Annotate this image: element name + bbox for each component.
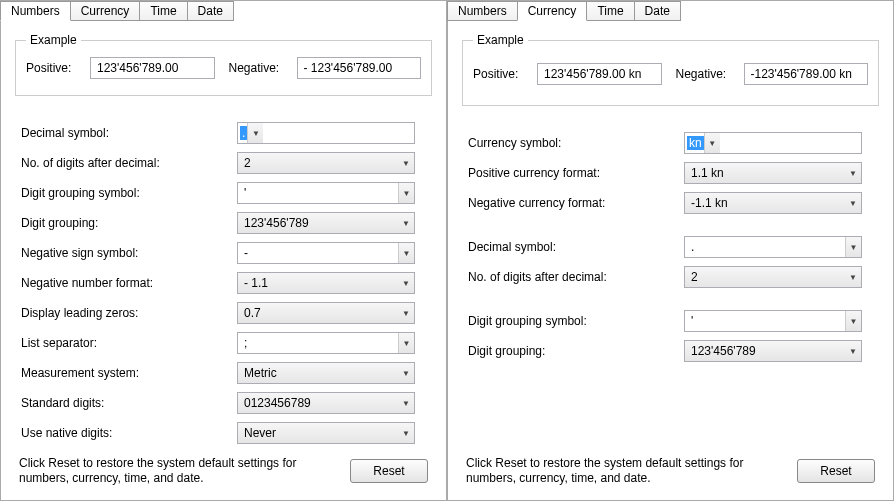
- tab-currency[interactable]: Currency: [70, 1, 141, 21]
- digits-after-decimal-combo[interactable]: 2▼: [684, 266, 862, 288]
- digits-after-decimal-label: No. of digits after decimal:: [21, 156, 237, 170]
- example-legend: Example: [26, 33, 81, 47]
- chevron-down-icon: ▼: [704, 133, 720, 153]
- negative-number-format-combo[interactable]: - 1.1▼: [237, 272, 415, 294]
- numbers-panel: Numbers Currency Time Date Example Posit…: [0, 0, 447, 501]
- decimal-symbol-combo[interactable]: .▼: [237, 122, 415, 144]
- tab-date[interactable]: Date: [634, 1, 681, 21]
- tab-numbers[interactable]: Numbers: [0, 1, 71, 21]
- negative-sign-symbol-combo[interactable]: -▼: [237, 242, 415, 264]
- measurement-system-combo[interactable]: Metric▼: [237, 362, 415, 384]
- chevron-down-icon: ▼: [845, 347, 861, 356]
- tab-time[interactable]: Time: [139, 1, 187, 21]
- example-legend: Example: [473, 33, 528, 47]
- decimal-symbol-label: Decimal symbol:: [21, 126, 237, 140]
- chevron-down-icon: ▼: [398, 399, 414, 408]
- decimal-symbol-label: Decimal symbol:: [468, 240, 684, 254]
- negative-label: Negative:: [676, 67, 738, 81]
- list-separator-label: List separator:: [21, 336, 237, 350]
- list-separator-combo[interactable]: ;▼: [237, 332, 415, 354]
- digit-grouping-symbol-combo[interactable]: '▼: [684, 310, 862, 332]
- display-leading-zeros-label: Display leading zeros:: [21, 306, 237, 320]
- currency-panel: Numbers Currency Time Date Example Posit…: [447, 0, 894, 501]
- positive-value: 123'456'789.00: [90, 57, 215, 79]
- chevron-down-icon: ▼: [398, 279, 414, 288]
- left-tabs: Numbers Currency Time Date: [0, 0, 446, 20]
- digit-grouping-label: Digit grouping:: [21, 216, 237, 230]
- positive-currency-format-label: Positive currency format:: [468, 166, 684, 180]
- tab-time[interactable]: Time: [586, 1, 634, 21]
- standard-digits-combo[interactable]: 0123456789▼: [237, 392, 415, 414]
- digit-grouping-label: Digit grouping:: [468, 344, 684, 358]
- right-tabs: Numbers Currency Time Date: [447, 0, 893, 20]
- chevron-down-icon: ▼: [845, 199, 861, 208]
- digits-after-decimal-label: No. of digits after decimal:: [468, 270, 684, 284]
- chevron-down-icon: ▼: [845, 311, 861, 331]
- positive-label: Positive:: [473, 67, 531, 81]
- digit-grouping-symbol-label: Digit grouping symbol:: [21, 186, 237, 200]
- chevron-down-icon: ▼: [398, 429, 414, 438]
- negative-number-format-label: Negative number format:: [21, 276, 237, 290]
- chevron-down-icon: ▼: [845, 237, 861, 257]
- digit-grouping-symbol-combo[interactable]: '▼: [237, 182, 415, 204]
- positive-value: 123'456'789.00 kn: [537, 63, 662, 85]
- example-group: Example Positive: 123'456'789.00 Negativ…: [15, 33, 432, 96]
- footer-text: Click Reset to restore the system defaul…: [466, 456, 787, 486]
- digit-grouping-combo[interactable]: 123'456'789▼: [237, 212, 415, 234]
- negative-value: -123'456'789.00 kn: [744, 63, 869, 85]
- reset-button[interactable]: Reset: [797, 459, 875, 483]
- negative-label: Negative:: [229, 61, 291, 75]
- chevron-down-icon: ▼: [398, 333, 414, 353]
- tab-date[interactable]: Date: [187, 1, 234, 21]
- chevron-down-icon: ▼: [247, 123, 263, 143]
- currency-symbol-label: Currency symbol:: [468, 136, 684, 150]
- use-native-digits-combo[interactable]: Never▼: [237, 422, 415, 444]
- footer-text: Click Reset to restore the system defaul…: [19, 456, 340, 486]
- digit-grouping-symbol-label: Digit grouping symbol:: [468, 314, 684, 328]
- negative-value: - 123'456'789.00: [297, 57, 422, 79]
- digit-grouping-combo[interactable]: 123'456'789▼: [684, 340, 862, 362]
- chevron-down-icon: ▼: [398, 369, 414, 378]
- reset-button[interactable]: Reset: [350, 459, 428, 483]
- chevron-down-icon: ▼: [398, 219, 414, 228]
- tab-numbers[interactable]: Numbers: [447, 1, 518, 21]
- use-native-digits-label: Use native digits:: [21, 426, 237, 440]
- chevron-down-icon: ▼: [845, 169, 861, 178]
- tab-currency[interactable]: Currency: [517, 1, 588, 21]
- chevron-down-icon: ▼: [398, 243, 414, 263]
- negative-currency-format-combo[interactable]: -1.1 kn▼: [684, 192, 862, 214]
- chevron-down-icon: ▼: [398, 159, 414, 168]
- digits-after-decimal-combo[interactable]: 2▼: [237, 152, 415, 174]
- example-group: Example Positive: 123'456'789.00 kn Nega…: [462, 33, 879, 106]
- standard-digits-label: Standard digits:: [21, 396, 237, 410]
- chevron-down-icon: ▼: [845, 273, 861, 282]
- chevron-down-icon: ▼: [398, 183, 414, 203]
- positive-label: Positive:: [26, 61, 84, 75]
- positive-currency-format-combo[interactable]: 1.1 kn▼: [684, 162, 862, 184]
- display-leading-zeros-combo[interactable]: 0.7▼: [237, 302, 415, 324]
- measurement-system-label: Measurement system:: [21, 366, 237, 380]
- decimal-symbol-combo[interactable]: .▼: [684, 236, 862, 258]
- negative-currency-format-label: Negative currency format:: [468, 196, 684, 210]
- currency-symbol-combo[interactable]: kn▼: [684, 132, 862, 154]
- chevron-down-icon: ▼: [398, 309, 414, 318]
- negative-sign-symbol-label: Negative sign symbol:: [21, 246, 237, 260]
